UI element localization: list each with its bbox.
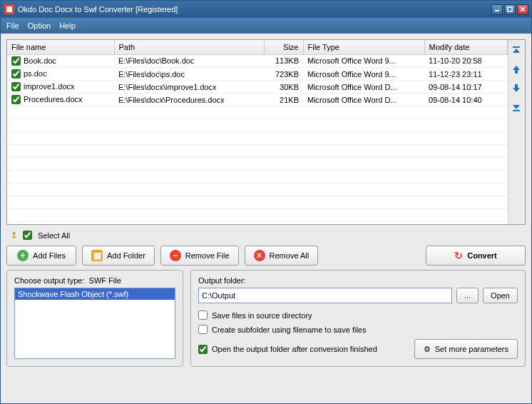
select-all-checkbox[interactable] — [23, 231, 32, 240]
cell-filename: ps.doc — [24, 69, 46, 78]
col-path[interactable]: Path — [114, 40, 264, 54]
row-checkbox[interactable] — [11, 56, 21, 66]
output-folder-label: Output folder: — [198, 276, 518, 285]
svg-marker-8 — [513, 66, 520, 74]
table-row[interactable] — [7, 145, 508, 158]
reorder-panel — [508, 40, 525, 224]
add-files-button[interactable]: +Add Files — [6, 246, 76, 266]
minimize-button[interactable] — [491, 4, 503, 15]
up-folder-icon[interactable]: ↥ — [11, 231, 17, 240]
convert-icon: ↻ — [454, 250, 463, 261]
table-row[interactable] — [7, 106, 508, 119]
cell-size: 21KB — [264, 94, 303, 106]
browse-button[interactable]: ... — [456, 288, 479, 303]
col-date[interactable]: Modify date — [424, 40, 508, 54]
save-source-checkbox[interactable] — [198, 310, 208, 320]
close-button[interactable] — [517, 4, 528, 15]
menubar: File Option Help — [1, 18, 531, 34]
cell-size: 30KB — [264, 81, 303, 94]
open-after-checkbox[interactable] — [198, 345, 208, 354]
col-size[interactable]: Size — [264, 40, 303, 54]
open-after-label: Open the output folder after conversion … — [212, 345, 377, 353]
table-row[interactable] — [7, 209, 508, 222]
cell-type: Microsoft Office Word D... — [303, 94, 424, 106]
cell-size: 113KB — [264, 54, 303, 68]
svg-marker-10 — [513, 105, 520, 109]
output-type-listbox[interactable]: Shockwave Flash Object (*.swf) — [14, 288, 175, 359]
svg-marker-9 — [513, 84, 520, 92]
move-up-icon[interactable] — [511, 64, 523, 76]
menu-file[interactable]: File — [6, 21, 19, 30]
cell-path: E:\Files\doc\ps.doc — [114, 68, 264, 81]
folder-icon: ▣ — [91, 250, 103, 261]
svg-rect-1 — [6, 6, 12, 12]
table-row[interactable]: Book.docE:\Files\doc\Book.doc113KBMicros… — [7, 54, 508, 68]
cell-date: 09-08-14 10:17 — [424, 81, 508, 94]
content-area: File name Path Size File Type Modify dat… — [1, 34, 531, 403]
table-row[interactable]: ps.docE:\Files\doc\ps.doc723KBMicrosoft … — [7, 68, 508, 81]
cell-date: 11-10-20 20:58 — [424, 54, 508, 68]
cell-path: E:\Files\docx\Procedures.docx — [114, 94, 264, 106]
cell-filename: Procedures.docx — [24, 95, 83, 103]
convert-button[interactable]: ↻Convert — [426, 246, 526, 266]
move-top-icon[interactable] — [511, 46, 523, 57]
output-type-label: Choose output type: SWF File — [14, 276, 175, 285]
table-row[interactable] — [7, 183, 508, 196]
toolbar: +Add Files ▣Add Folder −Remove File ×Rem… — [6, 246, 526, 266]
cell-date: 09-08-14 10:40 — [424, 94, 508, 106]
gear-icon: ⚙ — [424, 345, 431, 354]
minus-icon: − — [170, 250, 181, 261]
select-all-row: ↥ Select All — [6, 229, 526, 241]
output-type-item[interactable]: Shockwave Flash Object (*.swf) — [15, 288, 175, 300]
table-row[interactable] — [7, 171, 508, 183]
file-table-container: File name Path Size File Type Modify dat… — [6, 39, 526, 225]
app-window: Okdo Doc Docx to Swf Converter [Register… — [0, 0, 532, 404]
output-type-panel: Choose output type: SWF File Shockwave F… — [6, 270, 183, 367]
output-folder-panel: Output folder: ... Open Save files in so… — [190, 270, 526, 367]
col-filename[interactable]: File name — [7, 40, 114, 54]
remove-file-button[interactable]: −Remove File — [160, 246, 239, 266]
col-type[interactable]: File Type — [303, 40, 424, 54]
bottom-panels: Choose output type: SWF File Shockwave F… — [6, 270, 526, 367]
move-down-icon[interactable] — [511, 83, 523, 94]
create-subfolder-label: Create subfolder using filename to save … — [212, 325, 366, 334]
remove-all-button[interactable]: ×Remove All — [245, 246, 319, 266]
cell-path: E:\Files\docx\improve1.docx — [114, 81, 264, 94]
svg-marker-7 — [513, 49, 520, 53]
table-row[interactable]: Procedures.docxE:\Files\docx\Procedures.… — [7, 94, 508, 106]
table-row[interactable] — [7, 119, 508, 132]
x-icon: × — [254, 250, 265, 261]
save-source-label: Save files in source directory — [212, 311, 312, 320]
cell-filename: Book.doc — [24, 56, 56, 65]
row-checkbox[interactable] — [11, 82, 21, 91]
window-title: Okdo Doc Docx to Swf Converter [Register… — [18, 5, 178, 14]
move-bottom-icon[interactable] — [511, 101, 523, 113]
svg-rect-3 — [508, 7, 512, 11]
output-folder-input[interactable] — [198, 288, 452, 303]
cell-type: Microsoft Office Word D... — [303, 81, 424, 94]
table-row[interactable]: improve1.docxE:\Files\docx\improve1.docx… — [7, 81, 508, 94]
menu-help[interactable]: Help — [59, 21, 76, 30]
titlebar: Okdo Doc Docx to Swf Converter [Register… — [1, 1, 531, 18]
menu-option[interactable]: Option — [28, 21, 51, 30]
cell-size: 723KB — [264, 68, 303, 81]
table-row[interactable] — [7, 132, 508, 145]
cell-type: Microsoft Office Word 9... — [303, 54, 424, 68]
row-checkbox[interactable] — [11, 95, 21, 104]
open-folder-button[interactable]: Open — [483, 288, 518, 303]
file-table: File name Path Size File Type Modify dat… — [7, 40, 508, 222]
create-subfolder-checkbox[interactable] — [198, 325, 208, 334]
maximize-button[interactable] — [504, 4, 516, 15]
cell-filename: improve1.docx — [24, 82, 75, 91]
plus-icon: + — [17, 250, 29, 261]
cell-path: E:\Files\doc\Book.doc — [114, 54, 264, 68]
add-folder-button[interactable]: ▣Add Folder — [82, 246, 155, 266]
set-more-parameters-button[interactable]: ⚙Set more parameters — [414, 339, 518, 359]
app-icon — [4, 4, 15, 15]
cell-date: 11-12-23 23:11 — [424, 68, 508, 81]
row-checkbox[interactable] — [11, 69, 21, 79]
select-all-label: Select All — [38, 231, 70, 240]
table-row[interactable] — [7, 196, 508, 209]
table-row[interactable] — [7, 158, 508, 171]
cell-type: Microsoft Office Word 9... — [303, 68, 424, 81]
